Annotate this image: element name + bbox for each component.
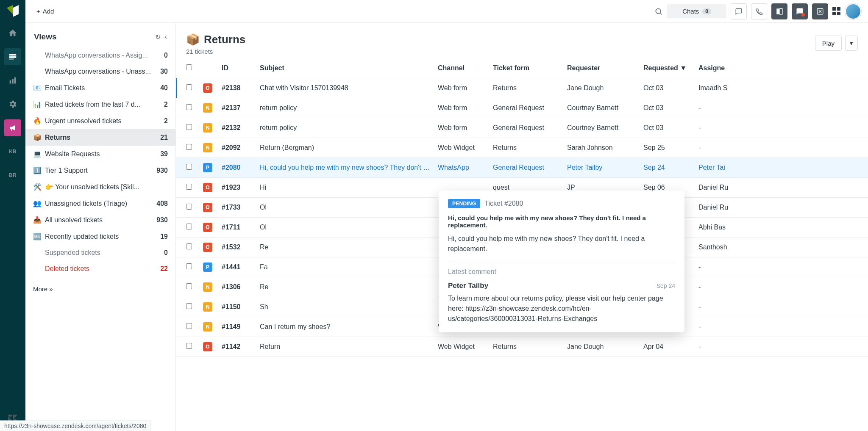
col-id[interactable]: ID — [218, 64, 256, 72]
popover-body: Hi, could you help me with my new shoes?… — [448, 234, 675, 254]
ticket-subject: Can I return my shoes? — [256, 323, 434, 331]
col-subject[interactable]: Subject — [256, 64, 434, 72]
row-checkbox[interactable] — [186, 243, 192, 249]
view-emoji-icon: 📦 — [33, 133, 42, 141]
ticket-id: #1532 — [218, 243, 256, 251]
sidebar-view-item[interactable]: 📦Returns21 — [25, 129, 175, 146]
search-icon[interactable] — [654, 7, 663, 16]
ticket-assignee: - — [695, 124, 868, 132]
svg-rect-0 — [9, 54, 17, 56]
sidebar-view-item[interactable]: WhatsApp conversations - Unass...30 — [25, 64, 175, 80]
panel-icon[interactable] — [771, 3, 787, 19]
sidebar-view-item[interactable]: WhatsApp conversations - Assig...0 — [25, 47, 175, 64]
row-checkbox[interactable] — [186, 144, 192, 150]
sidebar-view-item[interactable]: 1️⃣Tier 1 Support930 — [25, 162, 175, 179]
sidebar-view-item[interactable]: 🆕Recently updated tickets19 — [25, 228, 175, 245]
col-requester[interactable]: Requester — [564, 64, 640, 72]
row-checkbox[interactable] — [186, 283, 192, 289]
nav-home[interactable] — [4, 25, 21, 41]
row-checkbox[interactable] — [186, 104, 192, 110]
row-checkbox[interactable] — [186, 323, 192, 329]
ticket-id: #1306 — [218, 283, 256, 291]
ticket-row[interactable]: N#2092Return (Bergman)Web WidgetReturnsS… — [176, 138, 868, 158]
ticket-id: #2138 — [218, 84, 256, 92]
chats-pill[interactable]: Chats 0 — [667, 4, 726, 18]
nav-br[interactable]: BR — [4, 167, 21, 184]
sidebar-view-item[interactable]: Suspended tickets0 — [25, 245, 175, 261]
ticket-row[interactable]: N#2137return policyWeb formGeneral Reque… — [176, 98, 868, 118]
ticket-row[interactable]: P#2080Hi, could you help me with my new … — [176, 158, 868, 178]
title-icon: 📦 — [186, 33, 200, 46]
ticket-row[interactable]: O#1142ReturnWeb WidgetReturnsJane DoughA… — [176, 337, 868, 357]
status-badge: P — [203, 163, 212, 172]
col-form[interactable]: Ticket form — [490, 64, 564, 72]
title-text: Returns — [204, 33, 245, 46]
sidebar-view-item[interactable]: Deleted tickets22 — [25, 261, 175, 277]
ticket-row[interactable]: O#2138Chat with Visitor 1570139948Web fo… — [176, 78, 868, 98]
nav-admin[interactable] — [4, 96, 21, 113]
phone-icon[interactable] — [751, 3, 767, 19]
views-sidebar: Views ↻ ‹ WhatsApp conversations - Assig… — [25, 23, 176, 431]
add-button[interactable]: + Add — [32, 5, 58, 17]
views-more[interactable]: More » — [25, 277, 175, 301]
ticket-subject: Chat with Visitor 1570139948 — [256, 84, 434, 92]
popover-subject: Hi, could you help me with my new shoes?… — [448, 214, 675, 229]
sidebar-view-item[interactable]: 🔥Urgent unresolved tickets2 — [25, 113, 175, 129]
sidebar-view-item[interactable]: 📧Email Tickets40 — [25, 80, 175, 96]
sidebar-view-item[interactable]: 📊Rated tickets from the last 7 d...2 — [25, 96, 175, 113]
popover-author: Peter Tailby — [448, 282, 488, 290]
apps-icon[interactable] — [832, 7, 841, 16]
status-tag: PENDING — [448, 199, 480, 208]
row-checkbox[interactable] — [186, 343, 192, 349]
popover-comment: To learn more about our returns policy, … — [448, 293, 675, 324]
row-checkbox[interactable] — [186, 84, 192, 90]
sidebar-view-item[interactable]: 👥Unassigned tickets (Triage)408 — [25, 195, 175, 212]
ticket-id: #2080 — [218, 164, 256, 171]
ticket-row[interactable]: N#2132return policyWeb formGeneral Reque… — [176, 118, 868, 138]
collapse-icon[interactable]: ‹ — [165, 33, 167, 41]
page-title: 📦 Returns — [186, 33, 245, 46]
user-avatar[interactable] — [845, 3, 861, 19]
close-panel-icon[interactable] — [812, 3, 828, 19]
sidebar-view-item[interactable]: 📥All unsolved tickets930 — [25, 212, 175, 228]
view-label: Deleted tickets — [45, 265, 157, 273]
play-dropdown[interactable]: ▾ — [845, 36, 858, 51]
view-count: 2 — [164, 101, 168, 108]
comment-icon[interactable] — [731, 3, 747, 19]
ticket-channel: WhatsApp — [434, 164, 490, 171]
sidebar-view-item[interactable]: 💻Website Requests39 — [25, 146, 175, 162]
chat-notif-icon[interactable] — [792, 3, 808, 19]
refresh-icon[interactable]: ↻ — [155, 33, 161, 41]
view-label: Suspended tickets — [45, 249, 161, 257]
row-checkbox[interactable] — [186, 164, 192, 170]
nav-views[interactable] — [4, 48, 21, 65]
col-channel[interactable]: Channel — [434, 64, 490, 72]
row-checkbox[interactable] — [186, 124, 192, 130]
row-checkbox[interactable] — [186, 204, 192, 210]
ticket-id: #1733 — [218, 204, 256, 211]
row-checkbox[interactable] — [186, 184, 192, 190]
ticket-form: Returns — [490, 144, 564, 152]
views-title: Views — [34, 32, 57, 41]
ticket-requested: Oct 03 — [640, 104, 695, 112]
row-checkbox[interactable] — [186, 224, 192, 229]
play-button[interactable]: Play — [815, 36, 842, 51]
row-checkbox[interactable] — [186, 303, 192, 309]
ticket-assignee: Daniel Ru — [695, 184, 868, 191]
sidebar-view-item[interactable]: 🛠️👉 Your unsolved tickets [Skil... — [25, 179, 175, 195]
nav-reporting[interactable] — [4, 72, 21, 89]
row-checkbox[interactable] — [186, 263, 192, 269]
logo-icon[interactable] — [6, 4, 19, 18]
view-emoji-icon: 📊 — [33, 100, 42, 108]
ticket-id: #2137 — [218, 104, 256, 112]
nav-announce[interactable] — [4, 119, 21, 136]
ticket-requester: Jane Dough — [564, 343, 640, 351]
view-count: 40 — [160, 84, 168, 92]
select-all-checkbox[interactable] — [186, 64, 192, 70]
view-count: 0 — [164, 52, 168, 59]
nav-kb[interactable]: KB — [4, 143, 21, 160]
col-requested[interactable]: Requested ▼ — [640, 64, 695, 72]
ticket-requester: Sarah Johnson — [564, 144, 640, 152]
view-label: Tier 1 Support — [45, 167, 153, 174]
col-assignee[interactable]: Assigne — [695, 64, 868, 72]
